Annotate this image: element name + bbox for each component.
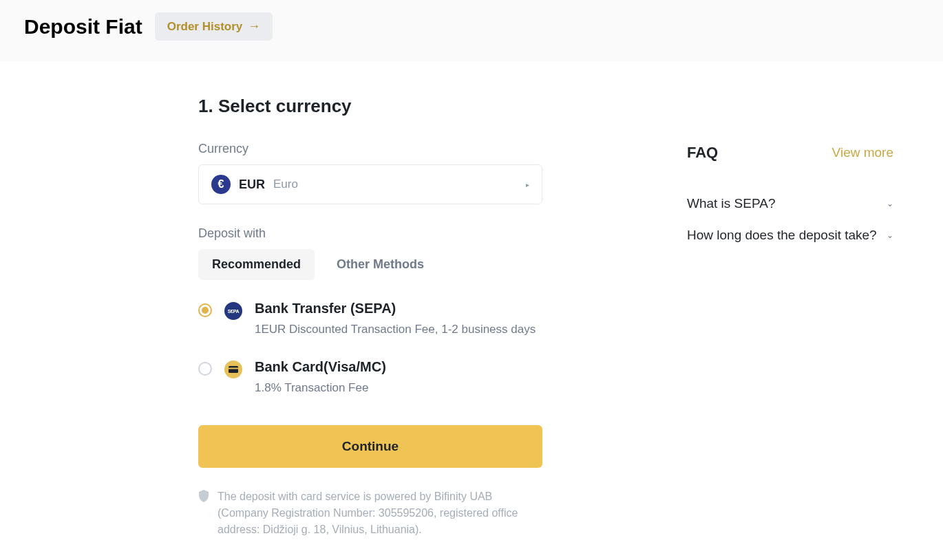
radio-sepa[interactable] bbox=[198, 303, 212, 317]
chevron-down-icon: ⌄ bbox=[887, 230, 893, 240]
top-bar: Deposit Fiat Order History → bbox=[0, 0, 943, 61]
svg-rect-0 bbox=[229, 366, 238, 373]
currency-name: Euro bbox=[273, 177, 298, 191]
method-sepa-title: Bank Transfer (SEPA) bbox=[255, 301, 542, 316]
svg-rect-1 bbox=[229, 367, 238, 369]
radio-card[interactable] bbox=[198, 362, 212, 376]
page-title: Deposit Fiat bbox=[24, 15, 142, 39]
faq-view-more-link[interactable]: View more bbox=[832, 145, 893, 160]
shield-icon bbox=[198, 490, 209, 538]
order-history-button[interactable]: Order History → bbox=[155, 12, 273, 41]
faq-item-label: What is SEPA? bbox=[687, 196, 775, 211]
step-title: 1. Select currency bbox=[198, 96, 542, 117]
caret-right-icon: ▸ bbox=[526, 181, 529, 189]
currency-field-label: Currency bbox=[198, 142, 542, 156]
method-card-title: Bank Card(Visa/MC) bbox=[255, 359, 542, 375]
faq-item-label: How long does the deposit take? bbox=[687, 228, 877, 243]
currency-code: EUR bbox=[239, 177, 265, 192]
method-card[interactable]: Bank Card(Visa/MC) 1.8% Transaction Fee bbox=[198, 359, 542, 397]
faq-item-deposit-time[interactable]: How long does the deposit take? ⌄ bbox=[687, 219, 893, 251]
faq-item-sepa[interactable]: What is SEPA? ⌄ bbox=[687, 188, 893, 219]
tab-recommended[interactable]: Recommended bbox=[198, 249, 315, 280]
currency-select[interactable]: € EUR Euro ▸ bbox=[198, 164, 542, 204]
arrow-right-icon: → bbox=[248, 19, 260, 34]
chevron-down-icon: ⌄ bbox=[887, 199, 893, 208]
order-history-label: Order History bbox=[167, 20, 243, 34]
disclaimer-text: The deposit with card service is powered… bbox=[218, 488, 542, 538]
deposit-method-tabs: Recommended Other Methods bbox=[198, 249, 542, 280]
continue-button[interactable]: Continue bbox=[198, 425, 542, 468]
euro-icon: € bbox=[211, 175, 231, 194]
faq-title: FAQ bbox=[687, 144, 718, 162]
method-card-desc: 1.8% Transaction Fee bbox=[255, 379, 542, 397]
sepa-icon: S€PA bbox=[224, 302, 242, 320]
method-sepa-desc: 1EUR Discounted Transaction Fee, 1-2 bus… bbox=[255, 321, 542, 338]
card-icon bbox=[224, 360, 242, 378]
tab-other-methods[interactable]: Other Methods bbox=[323, 249, 438, 280]
deposit-with-label: Deposit with bbox=[198, 226, 542, 241]
method-sepa[interactable]: S€PA Bank Transfer (SEPA) 1EUR Discounte… bbox=[198, 301, 542, 338]
